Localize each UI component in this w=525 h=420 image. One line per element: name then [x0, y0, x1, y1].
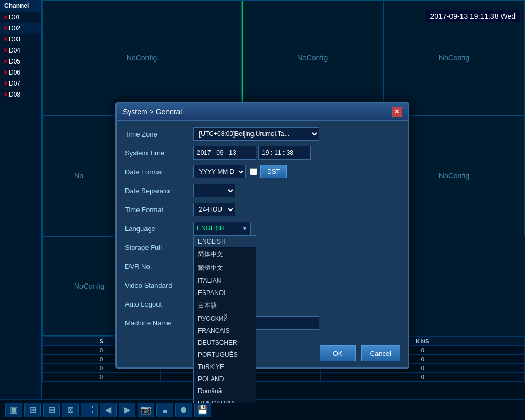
noconfig-label: NoConfig	[127, 54, 157, 62]
toolbar-btn-prev[interactable]: ◀	[100, 403, 117, 417]
lang-option-turkish[interactable]: TüRKİYE	[194, 361, 256, 373]
lang-option-portuguese[interactable]: PORTUGUÊS	[194, 349, 256, 361]
time-input[interactable]	[258, 146, 311, 160]
dst-checkbox[interactable]	[250, 168, 257, 175]
channel-id: D07	[9, 80, 20, 87]
machine-name-row: Machine Name	[125, 316, 400, 330]
date-separator-label: Date Separator	[125, 187, 193, 195]
lang-option-hungarian[interactable]: HUNGARIAN	[194, 397, 256, 403]
channel-item-d05[interactable]: ✕ D05	[0, 56, 41, 67]
system-general-dialog: System > General ✕ Time Zone [UTC+08:00]…	[116, 102, 410, 369]
timezone-select[interactable]: [UTC+08:00]Beijing,Urumqi,Ta...	[193, 127, 319, 141]
language-control: ENGLISH ▼ ENGLISH 简体中文 繁體中文 ITALIAN ESPA…	[193, 222, 400, 235]
system-time-row: System Time	[125, 146, 400, 160]
modal-titlebar: System > General ✕	[117, 103, 408, 121]
x-mark-icon: ✕	[3, 25, 8, 32]
storage-full-row: Storage Full Overwrite	[125, 240, 400, 254]
channel-id: D05	[9, 58, 20, 65]
x-mark-icon: ✕	[3, 58, 8, 65]
noconfig-label: No	[74, 172, 83, 180]
ok-button[interactable]: OK	[320, 345, 356, 361]
noconfig-label: NoConfig	[439, 54, 469, 62]
date-format-label: Date Format	[125, 168, 193, 176]
timezone-control: [UTC+08:00]Beijing,Urumqi,Ta...	[193, 127, 400, 141]
dst-button[interactable]: DST	[260, 165, 287, 178]
lang-option-russian[interactable]: РУССКИЙ	[194, 313, 256, 325]
channel-item-d07[interactable]: ✕ D07	[0, 78, 41, 89]
toolbar-btn-grid4[interactable]: ⊞	[24, 403, 41, 417]
dvr-no-row: DVR No.	[125, 259, 400, 273]
channel-id: D02	[9, 25, 20, 32]
date-input[interactable]	[193, 146, 256, 160]
video-standard-label: Video Standard	[125, 281, 193, 289]
date-format-row: Date Format YYYY MM D DST	[125, 165, 400, 178]
toolbar-btn-fullscreen[interactable]: ⛶	[81, 403, 98, 417]
stats-row: 0 8 0	[43, 373, 525, 382]
channel-item-d04[interactable]: ✕ D04	[0, 45, 41, 56]
toolbar: ▣ ⊞ ⊟ ⊠ ⛶ ◀ ▶ 📷 🖥 ⏺ 💾	[0, 399, 525, 420]
x-mark-icon: ✕	[3, 36, 8, 43]
lang-option-deutscher[interactable]: DEUTSCHER	[194, 337, 256, 349]
channel-item-d01[interactable]: ✕ D01	[0, 12, 41, 23]
date-separator-select[interactable]: - / .	[193, 184, 235, 197]
x-mark-icon: ✕	[3, 80, 8, 87]
lang-option-simplified-chinese[interactable]: 简体中文	[194, 248, 256, 261]
channel-item-d06[interactable]: ✕ D06	[0, 67, 41, 78]
noconfig-label: NoConfig	[74, 282, 104, 290]
toolbar-btn-monitor[interactable]: ▣	[5, 403, 22, 417]
x-mark-icon: ✕	[3, 91, 8, 98]
channel-item-d08[interactable]: ✕ D08	[0, 89, 41, 100]
stat-s: 0	[43, 373, 161, 382]
time-format-row: Time Format 24-HOUR 12-HOUR	[125, 203, 400, 216]
lang-option-english[interactable]: ENGLISH	[194, 236, 256, 248]
time-format-control: 24-HOUR 12-HOUR	[193, 203, 400, 216]
stat-kbs: 0	[320, 373, 524, 382]
dvr-background: Channel ✕ D01 ✕ D02 ✕ D03 ✕ D04 ✕ D05 ✕ …	[0, 0, 525, 420]
storage-full-label: Storage Full	[125, 244, 193, 251]
auto-logout-label: Auto Logout	[125, 300, 193, 308]
lang-option-traditional-chinese[interactable]: 繁體中文	[194, 261, 256, 275]
close-button[interactable]: ✕	[392, 107, 402, 117]
date-format-select[interactable]: YYYY MM D	[193, 165, 246, 178]
toolbar-btn-display[interactable]: 🖥	[156, 403, 173, 417]
cancel-button[interactable]: Cancel	[361, 345, 400, 361]
x-mark-icon: ✕	[3, 69, 8, 76]
modal-title-text: System > General	[123, 108, 182, 116]
lang-option-romanian[interactable]: Română	[194, 385, 256, 397]
time-format-label: Time Format	[125, 206, 193, 214]
auto-logout-row: Auto Logout min	[125, 297, 400, 311]
channel-item-d03[interactable]: ✕ D03	[0, 34, 41, 45]
datetime-display: 2017-09-13 19:11:38 Wed	[426, 10, 520, 22]
time-format-select[interactable]: 24-HOUR 12-HOUR	[193, 203, 235, 216]
toolbar-btn-grid16[interactable]: ⊠	[62, 403, 79, 417]
system-time-label: System Time	[125, 149, 193, 157]
channel-id: D04	[9, 47, 20, 54]
lang-option-japanese[interactable]: 日本語	[194, 299, 256, 313]
language-dropdown-container: ENGLISH ▼ ENGLISH 简体中文 繁體中文 ITALIAN ESPA…	[193, 222, 251, 235]
chevron-down-icon: ▼	[242, 226, 247, 232]
lang-option-italian[interactable]: ITALIAN	[194, 275, 256, 287]
toolbar-btn-capture[interactable]: 📷	[138, 403, 154, 417]
x-mark-icon: ✕	[3, 14, 8, 21]
lang-option-francais[interactable]: FRANCAIS	[194, 325, 256, 337]
channel-id: D08	[9, 91, 20, 98]
lang-option-espanol[interactable]: ESPANOL	[194, 287, 256, 299]
language-row: Language ENGLISH ▼ ENGLISH 简体中文 繁體中文 ITA…	[125, 222, 400, 235]
toolbar-btn-next[interactable]: ▶	[119, 403, 135, 417]
toolbar-btn-grid9[interactable]: ⊟	[43, 403, 60, 417]
channel-item-d02[interactable]: ✕ D02	[0, 23, 41, 34]
toolbar-btn-record[interactable]: ⏺	[175, 403, 192, 417]
channel-sidebar: Channel ✕ D01 ✕ D02 ✕ D03 ✕ D04 ✕ D05 ✕ …	[0, 0, 42, 399]
video-standard-row: Video Standard PAL NTSC	[125, 278, 400, 292]
camera-cell-1: NoConfig	[42, 0, 242, 116]
lang-option-poland[interactable]: POLAND	[194, 373, 256, 385]
x-mark-icon: ✕	[3, 47, 8, 54]
toolbar-btn-save[interactable]: 💾	[194, 403, 211, 417]
date-format-control: YYYY MM D DST	[193, 165, 400, 178]
language-dropdown[interactable]: ENGLISH 简体中文 繁體中文 ITALIAN ESPANOL 日本語 РУ…	[193, 235, 256, 403]
timezone-row: Time Zone [UTC+08:00]Beijing,Urumqi,Ta..…	[125, 127, 400, 141]
language-selected[interactable]: ENGLISH ▼	[193, 222, 251, 235]
channel-id: D06	[9, 69, 20, 76]
camera-cell-2: NoConfig	[242, 0, 383, 116]
language-label: Language	[125, 225, 193, 233]
